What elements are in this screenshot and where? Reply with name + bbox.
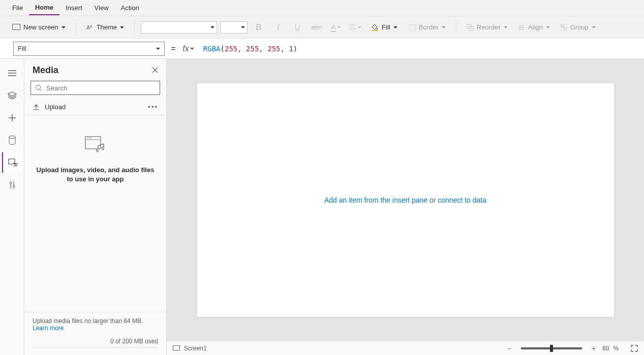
zoom-in-button[interactable]: + xyxy=(589,344,598,352)
formula-input[interactable]: RGBA(255, 255, 255, 1) xyxy=(199,43,642,55)
fill-button[interactable]: Fill xyxy=(366,21,402,33)
formula-bar: Fill = fx RGBA(255, 255, 255, 1) xyxy=(0,39,644,59)
more-options-button[interactable]: ••• xyxy=(148,103,158,111)
insert-pane-link[interactable]: Add an item from the insert pane xyxy=(324,196,427,204)
zoom-unit: % xyxy=(613,345,619,352)
chevron-down-icon xyxy=(120,26,124,28)
upload-label: Upload xyxy=(45,103,66,111)
fx-button[interactable]: fx xyxy=(181,44,195,53)
formula-args: 255, 255, 255, 1 xyxy=(225,45,293,53)
tree-view-button[interactable] xyxy=(2,85,22,106)
settings-icon xyxy=(9,180,16,189)
media-button[interactable] xyxy=(2,152,22,173)
menu-view[interactable]: View xyxy=(88,1,115,15)
font-family-select[interactable] xyxy=(141,21,217,34)
zoom-thumb[interactable] xyxy=(550,345,553,352)
strikethrough-button[interactable]: abc xyxy=(309,20,325,35)
screen-indicator-icon xyxy=(173,345,180,351)
reorder-button[interactable]: Reorder xyxy=(463,21,512,33)
close-panel-button[interactable] xyxy=(152,67,158,75)
canvas-screen[interactable]: Add an item from the insert pane or conn… xyxy=(197,83,614,317)
menu-file[interactable]: File xyxy=(6,1,29,15)
chevron-down-icon xyxy=(546,26,550,28)
chevron-down-icon xyxy=(337,26,341,28)
data-button[interactable] xyxy=(2,130,22,150)
ribbon: New screen Aª Theme B I U abc A Fill Bo xyxy=(0,16,644,39)
chevron-down-icon xyxy=(62,26,66,28)
align-left-icon xyxy=(349,24,356,30)
separator xyxy=(76,20,76,35)
font-color-button[interactable]: A xyxy=(328,20,344,35)
empty-media-icon xyxy=(84,136,107,155)
chevron-down-icon xyxy=(504,26,508,28)
panel-empty-message: Upload images, video, and audio files to… xyxy=(35,166,156,184)
new-screen-label: New screen xyxy=(23,23,58,31)
svg-rect-13 xyxy=(564,27,566,29)
search-input[interactable] xyxy=(46,84,156,92)
chevron-down-icon xyxy=(357,26,361,28)
menu-action[interactable]: Action xyxy=(115,1,145,15)
close-icon xyxy=(152,67,158,73)
insert-button[interactable] xyxy=(2,108,22,128)
learn-more-link[interactable]: Learn more xyxy=(33,325,64,332)
svg-point-32 xyxy=(90,138,91,139)
border-icon xyxy=(409,24,416,31)
align-icon xyxy=(518,24,525,31)
plus-icon xyxy=(8,114,16,122)
tools-button[interactable] xyxy=(2,175,22,195)
status-bar: Screen1 − + 60 % xyxy=(167,341,644,355)
fill-bucket-icon xyxy=(371,24,379,31)
zoom-out-button[interactable]: − xyxy=(505,344,514,352)
panel-title: Media xyxy=(33,65,58,76)
bold-button[interactable]: B xyxy=(251,20,267,35)
group-icon xyxy=(560,24,567,31)
menu-insert[interactable]: Insert xyxy=(59,1,88,15)
property-selector[interactable]: Fill xyxy=(13,42,165,56)
property-name: Fill xyxy=(18,45,26,52)
theme-button[interactable]: Aª Theme xyxy=(82,21,128,33)
storage-usage-bar xyxy=(33,347,158,348)
panel-footer: Upload media files no larger than 64 MB.… xyxy=(24,312,166,355)
workspace: Media Upload ••• Upload images, video, a… xyxy=(0,59,644,355)
chevron-down-icon xyxy=(393,26,397,28)
text-align-button[interactable] xyxy=(347,20,363,35)
svg-point-27 xyxy=(36,85,41,90)
hamburger-icon xyxy=(8,70,16,77)
reorder-icon xyxy=(467,24,474,31)
svg-text:Aª: Aª xyxy=(86,24,93,30)
underline-button[interactable]: U xyxy=(289,20,305,35)
menu-home[interactable]: Home xyxy=(29,1,59,15)
media-panel: Media Upload ••• Upload images, video, a… xyxy=(24,59,167,355)
align-label: Align xyxy=(528,23,543,31)
canvas-area: Add an item from the insert pane or conn… xyxy=(167,59,644,355)
zoom-slider[interactable] xyxy=(521,347,582,349)
group-button[interactable]: Group xyxy=(556,21,600,33)
align-button[interactable]: Align xyxy=(514,21,554,33)
fullscreen-icon[interactable] xyxy=(631,345,638,352)
svg-rect-33 xyxy=(173,345,180,350)
font-size-select[interactable] xyxy=(220,21,248,34)
reorder-label: Reorder xyxy=(477,23,501,31)
chevron-down-icon xyxy=(442,26,446,28)
screen-name-label[interactable]: Screen1 xyxy=(184,345,207,352)
search-box[interactable] xyxy=(30,81,160,95)
italic-button[interactable]: I xyxy=(270,20,286,35)
chevron-down-icon xyxy=(241,26,245,28)
upload-icon xyxy=(33,104,40,111)
new-screen-button[interactable]: New screen xyxy=(8,21,70,33)
connect-data-link[interactable]: connect to data xyxy=(438,196,486,204)
upload-button[interactable]: Upload xyxy=(33,103,66,111)
storage-usage: 0 of 200 MB used xyxy=(33,338,158,345)
border-button[interactable]: Border xyxy=(405,21,450,33)
screen-empty-hint: Add an item from the insert pane or conn… xyxy=(324,196,486,204)
canvas-viewport[interactable]: Add an item from the insert pane or conn… xyxy=(167,59,644,341)
menubar: File Home Insert View Action xyxy=(0,0,644,16)
hamburger-button[interactable] xyxy=(2,63,22,83)
zoom-value: 60 xyxy=(602,345,609,352)
svg-line-28 xyxy=(40,89,42,91)
media-icon xyxy=(8,158,17,167)
separator xyxy=(456,20,456,35)
svg-rect-12 xyxy=(562,25,564,27)
separator xyxy=(134,20,135,35)
panel-body: Upload images, video, and audio files to… xyxy=(24,115,166,312)
